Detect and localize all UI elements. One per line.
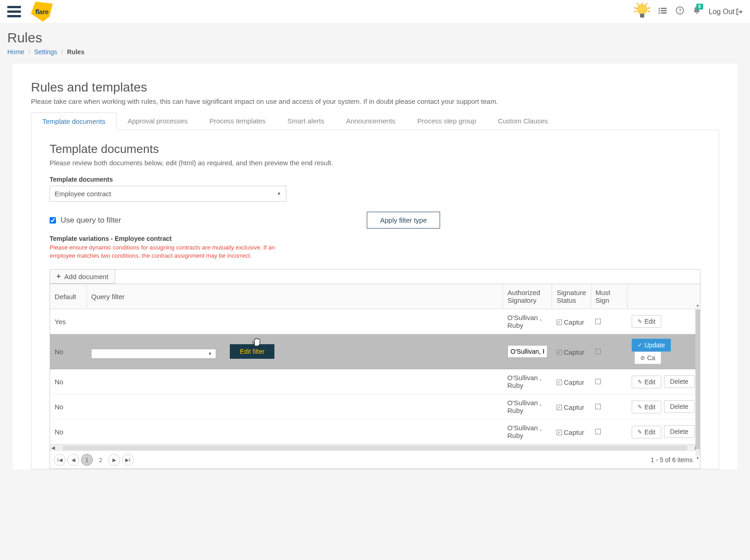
pager-next[interactable]: ▶ xyxy=(108,454,120,466)
must-sign-checkbox[interactable] xyxy=(595,379,601,384)
signature-checkbox[interactable] xyxy=(557,380,562,385)
svg-rect-8 xyxy=(659,12,660,14)
svg-rect-5 xyxy=(661,8,667,9)
pager-first[interactable]: I◀ xyxy=(54,454,66,466)
cell-actions: ✎EditDelete xyxy=(627,419,700,444)
cell-must-sign xyxy=(591,419,627,444)
pager-prev[interactable]: ◀ xyxy=(67,454,79,466)
panel-title: Rules and templates xyxy=(31,80,719,95)
tab-smart-alerts[interactable]: Smart alerts xyxy=(277,112,335,130)
pager-last[interactable]: ▶I xyxy=(122,454,134,466)
table-row: YesO'Sullivan , RubyCaptur✎Edit xyxy=(50,309,700,334)
edit-button[interactable]: ✎Edit xyxy=(632,315,661,328)
tab-content: Template documents Please review both do… xyxy=(31,130,719,469)
tab-process-step-group[interactable]: Process step group xyxy=(406,112,487,130)
template-dropdown-value: Employee contract xyxy=(55,190,111,198)
signature-checkbox[interactable] xyxy=(557,430,562,435)
cell-query-filter xyxy=(86,309,503,334)
edit-button[interactable]: ✎Edit xyxy=(632,426,661,438)
tab-template-documents[interactable]: Template documents xyxy=(31,112,117,130)
cell-default: No xyxy=(50,419,86,444)
col-signature-status[interactable]: Signature Status xyxy=(552,284,591,309)
cell-must-sign xyxy=(591,369,627,394)
svg-rect-6 xyxy=(659,10,660,11)
hamburger-menu[interactable] xyxy=(7,6,21,17)
must-sign-checkbox[interactable] xyxy=(595,319,601,324)
pencil-icon: ✎ xyxy=(638,429,642,435)
horizontal-scrollbar[interactable]: ◀ ▶ xyxy=(50,444,700,451)
svg-rect-7 xyxy=(661,10,667,11)
query-filter-dropdown[interactable]: ▼ xyxy=(91,349,216,359)
cell-must-sign xyxy=(591,394,627,419)
edit-button[interactable]: ✎Edit xyxy=(632,401,661,413)
cancel-button[interactable]: ⊘Ca xyxy=(634,351,661,364)
template-dropdown[interactable]: Employee contract ▼ xyxy=(50,186,286,202)
tab-process-templates[interactable]: Process templates xyxy=(198,112,276,130)
notification-count: 0 xyxy=(696,4,704,10)
cell-signature-status: Captur xyxy=(552,334,591,369)
cell-query-filter xyxy=(86,419,503,444)
tab-approval-processes[interactable]: Approval processes xyxy=(117,112,198,130)
check-icon: ✓ xyxy=(638,342,642,348)
table-row: No▼Edit filterCaptur✓Update⊘Ca xyxy=(50,334,700,369)
help-icon[interactable]: ? xyxy=(676,6,684,17)
pager-page-2[interactable]: 2 xyxy=(95,454,106,466)
delete-button[interactable]: Delete xyxy=(664,425,694,438)
col-must-sign[interactable]: Must Sign xyxy=(591,284,627,309)
bell-icon[interactable]: 0 xyxy=(693,6,700,17)
edit-button[interactable]: ✎Edit xyxy=(632,376,661,388)
logout-icon xyxy=(736,9,743,15)
vertical-scrollbar[interactable]: ▲ ▼ xyxy=(695,308,700,456)
delete-button[interactable]: Delete xyxy=(664,375,694,388)
cell-signatory: O'Sullivan , Ruby xyxy=(503,369,552,394)
logout-link[interactable]: Log Out xyxy=(709,8,743,16)
pager-info: 1 - 5 of 6 items xyxy=(650,456,693,463)
svg-text:?: ? xyxy=(679,8,682,13)
table-row: NoO'Sullivan , RubyCaptur✎EditDelete xyxy=(50,394,700,419)
cell-query-filter xyxy=(86,394,503,419)
cell-default: No xyxy=(50,369,86,394)
list-icon[interactable] xyxy=(659,7,667,16)
top-header: flare ? 0 Log Out xyxy=(0,0,750,24)
col-query-filter[interactable]: Query filter xyxy=(86,284,503,309)
col-authorized-signatory[interactable]: Authorized Signatory xyxy=(503,284,552,309)
add-document-button[interactable]: + Add document xyxy=(50,270,115,284)
delete-button[interactable]: Delete xyxy=(664,400,694,413)
cell-signatory: O'Sullivan , Ruby xyxy=(503,309,552,334)
tab-announcements[interactable]: Announcements xyxy=(335,112,406,130)
cell-signatory: O'Sullivan , Ruby xyxy=(503,394,552,419)
tab-custom-clauses[interactable]: Custom Clauses xyxy=(487,112,559,130)
signature-checkbox[interactable] xyxy=(557,405,562,410)
logo-text: flare xyxy=(35,8,48,15)
must-sign-checkbox[interactable] xyxy=(595,429,601,434)
use-query-checkbox[interactable] xyxy=(50,217,56,224)
apply-filter-type-button[interactable]: Apply filter type xyxy=(367,212,440,229)
must-sign-checkbox[interactable] xyxy=(595,349,601,354)
breadcrumb-settings[interactable]: Settings xyxy=(34,48,57,56)
svg-rect-1 xyxy=(640,14,644,17)
cancel-icon: ⊘ xyxy=(640,355,645,361)
cell-default: No xyxy=(50,394,86,419)
use-query-label[interactable]: Use query to filter xyxy=(61,216,121,225)
svg-rect-3 xyxy=(640,15,644,16)
update-button[interactable]: ✓Update xyxy=(632,339,671,351)
template-variations-label: Template variations - Employee contract xyxy=(50,235,700,242)
cell-actions: ✎Edit xyxy=(627,309,700,334)
signature-checkbox[interactable] xyxy=(557,320,562,325)
signature-checkbox[interactable] xyxy=(557,350,562,355)
signatory-input[interactable] xyxy=(507,345,547,358)
lightbulb-icon[interactable] xyxy=(634,3,650,21)
pencil-icon: ✎ xyxy=(638,379,642,385)
breadcrumb-home[interactable]: Home xyxy=(7,48,24,56)
col-default[interactable]: Default xyxy=(50,284,86,309)
flare-logo[interactable]: flare xyxy=(31,2,53,22)
cell-signatory: O'Sullivan , Ruby xyxy=(503,419,552,444)
chevron-down-icon: ▼ xyxy=(277,191,281,196)
warning-text: Please ensure dynamic conditions for ass… xyxy=(50,244,295,260)
must-sign-checkbox[interactable] xyxy=(595,404,601,409)
cell-must-sign xyxy=(591,309,627,334)
pencil-icon: ✎ xyxy=(638,404,642,410)
breadcrumb: Home / Settings / Rules xyxy=(7,48,743,56)
pager-page-1[interactable]: 1 xyxy=(81,454,93,466)
svg-point-0 xyxy=(637,4,647,14)
